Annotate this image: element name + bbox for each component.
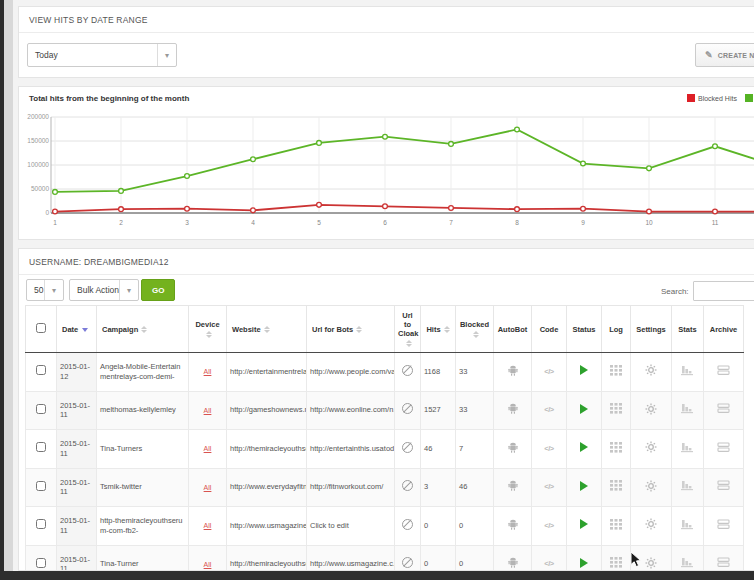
- gear-icon[interactable]: [645, 441, 657, 453]
- cell-autobot[interactable]: [494, 545, 532, 571]
- row-checkbox[interactable]: [36, 519, 46, 529]
- row-checkbox[interactable]: [36, 404, 46, 414]
- row-checkbox[interactable]: [36, 558, 46, 568]
- column-header-website[interactable]: Website: [227, 306, 307, 353]
- archive-icon[interactable]: [717, 403, 730, 414]
- row-checkbox[interactable]: [36, 442, 46, 452]
- device-link[interactable]: All: [192, 444, 223, 453]
- android-icon[interactable]: [507, 479, 519, 492]
- cell-url-to-cloak[interactable]: [395, 507, 421, 546]
- cell-code[interactable]: </>: [532, 391, 567, 430]
- cell-stats[interactable]: [672, 507, 704, 546]
- cell-stats[interactable]: [672, 468, 704, 507]
- android-icon[interactable]: [507, 441, 519, 454]
- column-header-settings[interactable]: Settings: [631, 306, 672, 353]
- cell-url-to-cloak[interactable]: [395, 468, 421, 507]
- cell-url-for-bots[interactable]: http://fitnworkout.com/: [307, 468, 395, 507]
- archive-icon[interactable]: [717, 519, 730, 530]
- device-link[interactable]: All: [192, 367, 223, 376]
- prohibited-icon[interactable]: [402, 403, 413, 414]
- column-header-log[interactable]: Log: [602, 306, 631, 353]
- cell-autobot[interactable]: [494, 391, 532, 430]
- android-icon[interactable]: [507, 556, 519, 569]
- select-all-checkbox[interactable]: [36, 323, 46, 333]
- gear-icon[interactable]: [645, 518, 657, 530]
- cell-stats[interactable]: [672, 430, 704, 469]
- grid-icon[interactable]: [610, 365, 622, 376]
- cell-autobot[interactable]: [494, 353, 532, 392]
- cell-autobot[interactable]: [494, 507, 532, 546]
- cell-url-to-cloak[interactable]: [395, 545, 421, 571]
- prohibited-icon[interactable]: [402, 365, 413, 376]
- code-icon[interactable]: </>: [544, 367, 553, 376]
- cell-status[interactable]: [567, 391, 602, 430]
- play-icon[interactable]: [580, 404, 588, 414]
- bar-chart-icon[interactable]: [681, 442, 694, 453]
- bar-chart-icon[interactable]: [681, 480, 694, 491]
- archive-icon[interactable]: [717, 557, 730, 568]
- archive-icon[interactable]: [717, 442, 730, 453]
- cell-website[interactable]: http://entertainmentrelays...: [227, 353, 307, 392]
- cell-archive[interactable]: [704, 507, 744, 546]
- cell-code[interactable]: </>: [532, 507, 567, 546]
- cell-archive[interactable]: [704, 391, 744, 430]
- cell-code[interactable]: </>: [532, 468, 567, 507]
- cell-code[interactable]: </>: [532, 430, 567, 469]
- cell-url-to-cloak[interactable]: [395, 391, 421, 430]
- cell-website[interactable]: http://www.usmagazine.c...: [227, 507, 307, 546]
- row-checkbox[interactable]: [36, 365, 46, 375]
- cell-log[interactable]: [602, 391, 631, 430]
- cell-status[interactable]: [567, 430, 602, 469]
- archive-icon[interactable]: [717, 480, 730, 491]
- gear-icon[interactable]: [645, 557, 657, 569]
- cell-log[interactable]: [602, 353, 631, 392]
- cell-archive[interactable]: [704, 430, 744, 469]
- grid-icon[interactable]: [610, 519, 622, 530]
- cell-log[interactable]: [602, 545, 631, 571]
- column-header-autobot[interactable]: AutoBot: [494, 306, 532, 353]
- column-header-device[interactable]: Device: [189, 306, 227, 353]
- row-checkbox[interactable]: [36, 481, 46, 491]
- bar-chart-icon[interactable]: [681, 557, 694, 568]
- bar-chart-icon[interactable]: [681, 403, 694, 414]
- grid-icon[interactable]: [610, 480, 622, 491]
- cell-status[interactable]: [567, 507, 602, 546]
- page-size-select[interactable]: 50 ▾: [26, 279, 64, 301]
- cell-archive[interactable]: [704, 545, 744, 571]
- cell-code[interactable]: </>: [532, 545, 567, 571]
- column-header-stats[interactable]: Stats: [672, 306, 704, 353]
- cell-website[interactable]: http://themiracleyouthser...: [227, 430, 307, 469]
- cell-url-for-bots[interactable]: http://www.people.com/var...: [307, 353, 395, 392]
- cell-settings[interactable]: [631, 430, 672, 469]
- cell-url-for-bots[interactable]: Click to edit: [307, 507, 395, 546]
- android-icon[interactable]: [507, 402, 519, 415]
- gear-icon[interactable]: [645, 480, 657, 492]
- code-icon[interactable]: </>: [544, 482, 553, 491]
- cell-url-for-bots[interactable]: http://www.eonline.com/n...: [307, 391, 395, 430]
- prohibited-icon[interactable]: [402, 480, 413, 491]
- cell-stats[interactable]: [672, 391, 704, 430]
- date-range-select[interactable]: Today ▾: [27, 43, 177, 67]
- code-icon[interactable]: </>: [544, 405, 553, 414]
- code-icon[interactable]: </>: [544, 559, 553, 568]
- cell-archive[interactable]: [704, 468, 744, 507]
- gear-icon[interactable]: [645, 364, 657, 376]
- header-select-all[interactable]: [26, 306, 57, 353]
- play-icon[interactable]: [580, 481, 588, 491]
- grid-icon[interactable]: [610, 403, 622, 414]
- gear-icon[interactable]: [645, 403, 657, 415]
- column-header-date[interactable]: Date: [57, 306, 97, 353]
- prohibited-icon[interactable]: [402, 442, 413, 453]
- cell-archive[interactable]: [704, 353, 744, 392]
- cell-log[interactable]: [602, 430, 631, 469]
- cell-settings[interactable]: [631, 507, 672, 546]
- cell-code[interactable]: </>: [532, 353, 567, 392]
- cell-stats[interactable]: [672, 545, 704, 571]
- bulk-actions-select[interactable]: Bulk Actions ▾: [69, 279, 139, 301]
- cell-website[interactable]: http://www.everydayfitnes...: [227, 468, 307, 507]
- cell-settings[interactable]: [631, 391, 672, 430]
- cell-url-to-cloak[interactable]: [395, 430, 421, 469]
- device-link[interactable]: All: [192, 406, 223, 415]
- go-button[interactable]: GO: [141, 279, 175, 301]
- column-header-url-for-bots[interactable]: Url for Bots: [307, 306, 395, 353]
